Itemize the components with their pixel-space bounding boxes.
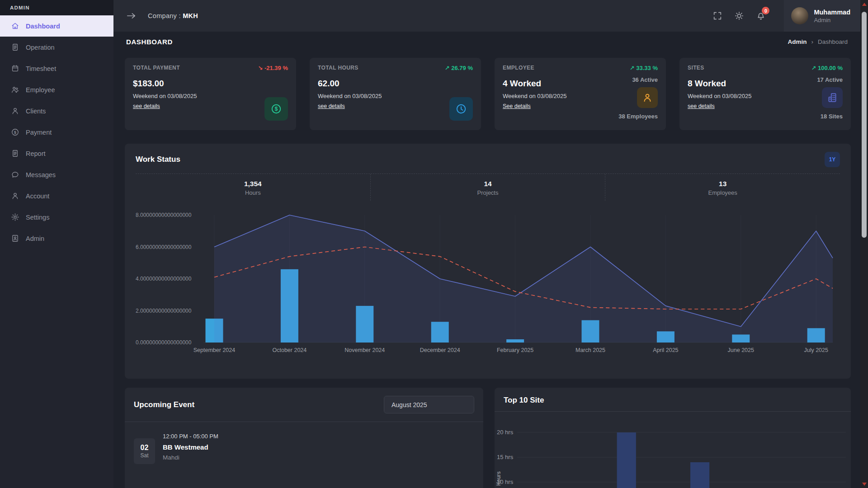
svg-text:Hours: Hours: [496, 471, 501, 486]
month-select[interactable]: August 2025: [384, 396, 474, 413]
sidebar-item-employee[interactable]: Employee: [0, 79, 113, 100]
stat-hours: 1,354 Hours: [136, 174, 370, 201]
event-day: 02: [141, 444, 149, 452]
page-title: DASHBOARD: [126, 38, 173, 46]
sidebar-item-label: Operation: [26, 44, 55, 51]
stat-cards-row: TOTAL PAYMENT $183.00 Weekend on 03/08/2…: [125, 58, 851, 130]
sidebar-item-admin[interactable]: Admin: [0, 228, 113, 249]
sidebar-item-dashboard[interactable]: Dashboard: [0, 15, 113, 37]
user-role: Admin: [814, 17, 850, 23]
stat-card-sites: SITES 8 Worked Weekend on 03/08/2025 see…: [679, 58, 851, 130]
sidebar-item-label: Timesheet: [26, 65, 56, 72]
sidebar-item-label: Messages: [26, 171, 56, 178]
avatar: [791, 7, 808, 24]
card-title: EMPLOYEE: [503, 65, 566, 71]
card-title: TOTAL HOURS: [318, 65, 382, 71]
notification-badge: 0: [762, 7, 769, 14]
main-area: Company : MKH 0 Muhammad: [113, 0, 860, 488]
svg-text:April 2025: April 2025: [653, 347, 678, 353]
section-title: Work Status: [136, 155, 180, 164]
svg-text:2.00000000000000000: 2.00000000000000000: [136, 308, 192, 314]
see-details-link[interactable]: see details: [318, 103, 382, 109]
active-count: 36 Active: [632, 76, 658, 83]
svg-text:4.00000000000000000: 4.00000000000000000: [136, 276, 192, 282]
person-icon: [11, 107, 19, 115]
stat-value: 1,354: [136, 180, 370, 188]
scroll-down-button[interactable]: [860, 480, 868, 488]
document-icon: [11, 43, 19, 52]
svg-text:June 2025: June 2025: [728, 347, 754, 353]
page-scrollbar[interactable]: [860, 0, 868, 488]
card-subtitle: Weekend on 03/08/2025: [688, 93, 751, 99]
sidebar-item-settings[interactable]: Settings: [0, 206, 113, 228]
delta-value: 100.00 %: [818, 65, 843, 71]
svg-text:15 hrs: 15 hrs: [497, 454, 513, 460]
delta-badge: ↘ -21.39 %: [258, 65, 288, 71]
stat-label: Projects: [371, 189, 605, 196]
card-value: $183.00: [133, 79, 197, 89]
sites-icon-tile: [822, 87, 843, 108]
card-value: 8 Worked: [688, 79, 751, 89]
company-prefix: Company :: [148, 12, 183, 19]
upcoming-event-card: Upcoming Event August 2025 02 Sat 12:00 …: [125, 388, 483, 488]
top-site-card: Top 10 Site 20 hrs15 hrs10 hrsHours: [495, 388, 851, 488]
trend-up-icon: ↗: [630, 65, 637, 71]
payment-icon-tile: $: [264, 97, 288, 121]
see-details-link[interactable]: see details: [133, 103, 197, 109]
stat-card-employee: EMPLOYEE 4 Worked Weekend on 03/08/2025 …: [495, 58, 666, 130]
arrow-right-icon: [126, 11, 136, 21]
delta-badge: ↗ 33.33 %: [630, 65, 658, 71]
sidebar-item-payment[interactable]: $ Payment: [0, 122, 113, 143]
svg-text:8.00000000000000000: 8.00000000000000000: [136, 212, 192, 218]
sidebar-item-label: Payment: [26, 129, 52, 136]
sidebar-item-label: Employee: [26, 86, 55, 94]
stat-label: Employees: [605, 189, 840, 196]
sun-icon: [734, 11, 744, 21]
card-value: 62.00: [318, 79, 382, 89]
sidebar-item-label: Admin: [26, 235, 44, 242]
event-site: BB Westmead: [163, 443, 218, 451]
svg-text:$: $: [14, 130, 16, 135]
delta-value: -21.39 %: [264, 65, 288, 71]
trend-up-icon: ↗: [445, 65, 452, 71]
theme-toggle-button[interactable]: [734, 11, 744, 21]
sidebar-item-account[interactable]: Account: [0, 185, 113, 206]
person-icon: [642, 92, 653, 103]
event-list-item[interactable]: 02 Sat 12:00 PM - 05:00 PM BB Westmead M…: [125, 422, 483, 475]
sidebar-item-messages[interactable]: Messages: [0, 164, 113, 185]
sidebar-item-report[interactable]: Report: [0, 143, 113, 164]
work-status-card: Work Status 1Y 1,354 Hours 14 Projects 1…: [125, 144, 851, 379]
delta-badge: ↗ 26.79 %: [445, 65, 473, 71]
person-icon: [11, 192, 19, 200]
sidebar-item-timesheet[interactable]: Timesheet: [0, 58, 113, 79]
svg-text:September 2024: September 2024: [193, 347, 235, 353]
hours-icon-tile: [449, 97, 473, 121]
sidebar-item-operation[interactable]: Operation: [0, 37, 113, 58]
month-select-value: August 2025: [392, 401, 427, 408]
stat-projects: 14 Projects: [370, 174, 605, 201]
card-title: SITES: [688, 65, 751, 71]
sidebar-item-clients[interactable]: Clients: [0, 100, 113, 122]
range-1y-button[interactable]: 1Y: [825, 152, 840, 167]
sidebar-collapse-button[interactable]: [126, 11, 136, 21]
breadcrumb: Admin › Dashboard: [788, 38, 848, 45]
see-details-link[interactable]: see details: [688, 103, 751, 109]
see-details-link[interactable]: See details: [503, 103, 566, 109]
sidebar-item-label: Clients: [26, 108, 46, 115]
scroll-up-button[interactable]: [860, 0, 868, 8]
delta-badge: ↗ 100.00 %: [811, 65, 843, 71]
notifications-button[interactable]: 0: [756, 11, 766, 21]
fullscreen-button[interactable]: [712, 11, 722, 21]
stat-label: Hours: [136, 189, 370, 196]
brand-label: ADMIN: [0, 0, 113, 15]
chevron-right-icon: ›: [811, 38, 813, 45]
scroll-down-arrow-icon: [862, 483, 867, 486]
user-menu[interactable]: Muhammad Admin: [784, 0, 860, 32]
card-title: TOTAL PAYMENT: [133, 65, 197, 71]
scroll-up-arrow-icon: [862, 3, 867, 6]
breadcrumb-root[interactable]: Admin: [788, 38, 807, 45]
app-root: ADMIN Dashboard Operation Timesheet Empl…: [0, 0, 868, 488]
svg-text:March 2025: March 2025: [576, 347, 605, 353]
breadcrumb-current: Dashboard: [818, 38, 848, 45]
scrollbar-thumb[interactable]: [862, 12, 867, 238]
